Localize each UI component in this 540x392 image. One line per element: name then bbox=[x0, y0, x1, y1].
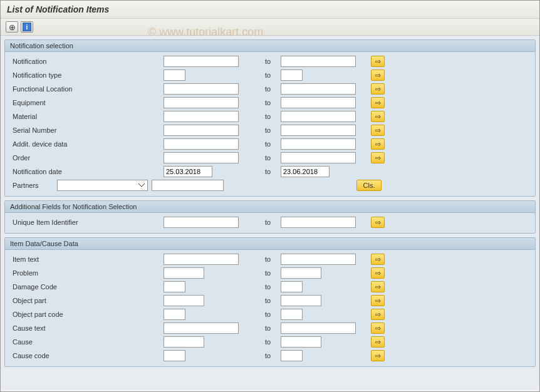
to-label: to bbox=[265, 219, 281, 226]
notification-from-input[interactable] bbox=[164, 56, 239, 67]
functional-location-to-input[interactable] bbox=[281, 83, 356, 95]
row-addit-device-data: Addit. device data to ⇨ bbox=[10, 137, 530, 151]
row-equipment: Equipment to ⇨ bbox=[10, 96, 530, 110]
partners-select[interactable] bbox=[57, 180, 148, 191]
cause-text-from-input[interactable] bbox=[164, 322, 239, 334]
object-part-code-from-input[interactable] bbox=[164, 309, 185, 320]
item-text-from-input[interactable] bbox=[164, 254, 239, 265]
functional-location-from-input[interactable] bbox=[164, 83, 239, 95]
to-label: to bbox=[265, 283, 281, 291]
multiple-selection-button[interactable]: ⇨ bbox=[371, 281, 385, 292]
order-to-input[interactable] bbox=[281, 152, 356, 163]
arrow-right-icon: ⇨ bbox=[375, 297, 381, 305]
unique-item-identifier-to-input[interactable] bbox=[281, 217, 356, 228]
cause-from-input[interactable] bbox=[164, 336, 204, 348]
notification-to-input[interactable] bbox=[281, 56, 356, 67]
order-from-input[interactable] bbox=[164, 152, 239, 163]
notification-type-to-input[interactable] bbox=[281, 70, 303, 81]
multiple-selection-button[interactable]: ⇨ bbox=[371, 125, 385, 136]
label-object-part-code: Object part code bbox=[10, 311, 173, 318]
multiple-selection-button[interactable]: ⇨ bbox=[371, 111, 385, 122]
row-cause-text: Cause text to ⇨ bbox=[10, 321, 530, 335]
row-material: Material to ⇨ bbox=[10, 110, 530, 123]
arrow-right-icon: ⇨ bbox=[375, 338, 381, 346]
arrow-right-icon: ⇨ bbox=[375, 126, 381, 135]
info-button[interactable]: i bbox=[21, 21, 33, 33]
cause-code-to-input[interactable] bbox=[281, 350, 303, 361]
material-from-input[interactable] bbox=[164, 111, 239, 122]
addit-device-data-to-input[interactable] bbox=[281, 138, 356, 150]
equipment-from-input[interactable] bbox=[164, 97, 239, 108]
multiple-selection-button[interactable]: ⇨ bbox=[371, 152, 385, 163]
multiple-selection-button[interactable]: ⇨ bbox=[371, 350, 385, 361]
group-notification-selection: Notification selection Notification to ⇨… bbox=[4, 39, 536, 197]
label-serial-number: Serial Number bbox=[10, 126, 91, 134]
unique-item-identifier-from-input[interactable] bbox=[164, 217, 239, 228]
damage-code-to-input[interactable] bbox=[281, 281, 303, 292]
title-bar: List of Notification Items bbox=[1, 1, 539, 19]
row-notification-date: Notification date to bbox=[10, 165, 530, 178]
notification-date-from-input[interactable] bbox=[164, 166, 212, 177]
equipment-to-input[interactable] bbox=[281, 97, 356, 108]
multiple-selection-button[interactable]: ⇨ bbox=[371, 217, 385, 228]
item-text-to-input[interactable] bbox=[281, 254, 356, 265]
cause-code-from-input[interactable] bbox=[164, 350, 185, 361]
arrow-right-icon: ⇨ bbox=[375, 113, 381, 121]
group-body: Unique Item Identifier to ⇨ bbox=[5, 213, 535, 233]
object-part-from-input[interactable] bbox=[164, 295, 204, 306]
cause-text-to-input[interactable] bbox=[281, 322, 356, 334]
object-part-code-to-input[interactable] bbox=[281, 309, 303, 320]
multiple-selection-button[interactable]: ⇨ bbox=[371, 309, 385, 320]
problem-to-input[interactable] bbox=[281, 267, 321, 279]
arrow-right-icon: ⇨ bbox=[375, 311, 381, 319]
to-label: to bbox=[265, 324, 281, 332]
label-unique-item-identifier: Unique Item Identifier bbox=[10, 219, 173, 226]
row-cause: Cause to ⇨ bbox=[10, 335, 530, 349]
execute-button[interactable]: ⊕ bbox=[6, 21, 18, 33]
row-order: Order to ⇨ bbox=[10, 151, 530, 165]
label-addit-device-data: Addit. device data bbox=[10, 140, 91, 148]
addit-device-data-from-input[interactable] bbox=[164, 138, 239, 150]
object-part-to-input[interactable] bbox=[281, 295, 321, 306]
problem-from-input[interactable] bbox=[164, 267, 204, 279]
multiple-selection-button[interactable]: ⇨ bbox=[371, 295, 385, 306]
multiple-selection-button[interactable]: ⇨ bbox=[371, 83, 385, 95]
group-body: Item text to ⇨ Problem to ⇨ Damage Code … bbox=[5, 250, 535, 366]
multiple-selection-button[interactable]: ⇨ bbox=[371, 254, 385, 265]
row-serial-number: Serial Number to ⇨ bbox=[10, 123, 530, 137]
damage-code-from-input[interactable] bbox=[164, 281, 185, 292]
arrow-right-icon: ⇨ bbox=[375, 255, 381, 264]
cls-button[interactable]: Cls. bbox=[356, 180, 382, 191]
arrow-right-icon: ⇨ bbox=[375, 85, 381, 93]
label-equipment: Equipment bbox=[10, 99, 91, 106]
multiple-selection-button[interactable]: ⇨ bbox=[371, 97, 385, 108]
to-label: to bbox=[265, 113, 281, 120]
multiple-selection-button[interactable]: ⇨ bbox=[371, 138, 385, 150]
label-material: Material bbox=[10, 113, 91, 120]
to-label: to bbox=[265, 58, 281, 65]
cause-to-input[interactable] bbox=[281, 336, 321, 348]
label-item-text: Item text bbox=[10, 255, 173, 263]
to-label: to bbox=[265, 140, 281, 148]
notification-type-from-input[interactable] bbox=[164, 70, 185, 81]
row-notification: Notification to ⇨ bbox=[10, 54, 530, 68]
row-damage-code: Damage Code to ⇨ bbox=[10, 280, 530, 294]
label-cause: Cause bbox=[10, 338, 173, 346]
multiple-selection-button[interactable]: ⇨ bbox=[371, 267, 385, 279]
serial-number-from-input[interactable] bbox=[164, 125, 239, 136]
partners-value-input[interactable] bbox=[152, 180, 224, 191]
multiple-selection-button[interactable]: ⇨ bbox=[371, 70, 385, 81]
material-to-input[interactable] bbox=[281, 111, 356, 122]
notification-date-to-input[interactable] bbox=[281, 166, 330, 177]
group-header: Notification selection bbox=[5, 40, 535, 52]
multiple-selection-button[interactable]: ⇨ bbox=[371, 56, 385, 67]
group-item-data: Item Data/Cause Data Item text to ⇨ Prob… bbox=[4, 237, 536, 367]
info-icon: i bbox=[23, 23, 31, 31]
serial-number-to-input[interactable] bbox=[281, 125, 356, 136]
arrow-right-icon: ⇨ bbox=[375, 352, 381, 360]
multiple-selection-button[interactable]: ⇨ bbox=[371, 322, 385, 334]
arrow-right-icon: ⇨ bbox=[375, 99, 381, 107]
multiple-selection-button[interactable]: ⇨ bbox=[371, 336, 385, 348]
arrow-right-icon: ⇨ bbox=[375, 283, 381, 291]
label-notification-type: Notification type bbox=[10, 71, 91, 79]
